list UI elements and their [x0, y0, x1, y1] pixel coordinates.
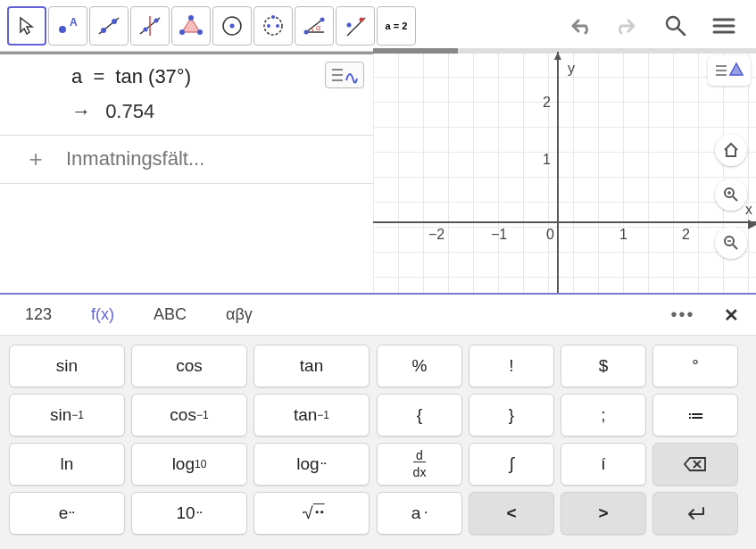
keyboard-symbols: % ! $ ° { } ; ≔ ddx ∫ í a⠐ < >: [377, 345, 738, 540]
search-icon: [663, 13, 688, 38]
svg-point-10: [188, 15, 194, 21]
tick-x: 0: [546, 227, 554, 243]
key-atan[interactable]: tan−1: [253, 394, 370, 437]
tick-x: 2: [682, 227, 690, 243]
key-percent[interactable]: %: [377, 345, 462, 387]
svg-point-25: [347, 22, 352, 27]
algebra-input[interactable]: [66, 147, 368, 171]
tool-reflect[interactable]: [336, 6, 375, 46]
top-toolbar: A α a = 2: [0, 0, 756, 52]
svg-point-0: [59, 26, 66, 33]
input-row[interactable]: +: [0, 136, 373, 184]
cursor-icon: [17, 16, 37, 36]
algebra-item[interactable]: a = tan (37°) → 0.754: [0, 52, 373, 136]
graphics-view[interactable]: ▶ ▲ y x −2 −1 0 1 2 1 2: [373, 52, 756, 293]
key-ln[interactable]: ln: [9, 443, 125, 486]
key-factorial[interactable]: !: [469, 345, 554, 387]
undo-button[interactable]: [563, 10, 595, 42]
svg-point-27: [667, 17, 679, 29]
tab-fx[interactable]: f(x): [75, 298, 130, 331]
tool-perpendicular[interactable]: [130, 6, 170, 46]
tick-y: 2: [543, 95, 551, 111]
reflect-icon: [342, 12, 369, 39]
triangle-icon: [178, 12, 204, 39]
key-10pow[interactable]: 10⠒: [131, 492, 247, 535]
y-axis: [557, 52, 559, 293]
tool-line[interactable]: [89, 6, 129, 46]
key-enter[interactable]: [652, 492, 738, 535]
key-iacute[interactable]: í: [561, 443, 646, 486]
key-logn[interactable]: log⠒: [253, 443, 370, 486]
zoom-in-button[interactable]: [715, 179, 747, 211]
hamburger-icon: [712, 16, 735, 36]
redo-button[interactable]: [611, 10, 644, 42]
key-acos[interactable]: cos−1: [131, 394, 247, 437]
key-subscript[interactable]: a⠐: [377, 492, 462, 535]
undo-icon: [566, 15, 593, 37]
svg-point-11: [197, 29, 203, 35]
zoom-out-button[interactable]: [715, 227, 747, 259]
key-epow[interactable]: e⠒: [9, 492, 125, 535]
add-item-button[interactable]: +: [5, 146, 66, 173]
key-nroot[interactable]: ⠐√⠒: [253, 492, 370, 535]
tool-circle[interactable]: [212, 6, 252, 46]
keyboard-more-button[interactable]: •••: [667, 299, 699, 331]
svg-point-14: [230, 23, 235, 28]
line-icon: [96, 12, 122, 39]
tool-polygon[interactable]: [171, 6, 211, 46]
svg-line-28: [678, 29, 685, 35]
visibility-marble[interactable]: [5, 63, 66, 69]
ellipse-icon: [260, 12, 287, 39]
key-dollar[interactable]: $: [561, 345, 646, 387]
circle-icon: [219, 12, 245, 39]
keyboard-panel: sin cos tan sin−1 cos−1 tan−1 ln log10 l…: [0, 336, 756, 549]
key-cos[interactable]: cos: [131, 345, 247, 387]
x-axis-arrow: ▶: [748, 216, 756, 230]
svg-point-26: [360, 17, 364, 21]
tab-123[interactable]: 123: [9, 298, 68, 331]
key-right[interactable]: >: [561, 492, 646, 535]
graphics-style-button[interactable]: [708, 55, 751, 86]
key-semicolon[interactable]: ;: [561, 394, 646, 437]
point-icon: A: [54, 15, 81, 37]
search-button[interactable]: [660, 10, 692, 42]
output-toggle[interactable]: [325, 62, 364, 88]
key-rbrace[interactable]: }: [469, 394, 554, 437]
tool-slider[interactable]: a = 2: [377, 6, 416, 46]
tick-x: −2: [428, 227, 444, 243]
key-derivative[interactable]: ddx: [377, 443, 462, 486]
home-icon: [723, 142, 739, 158]
svg-point-8: [154, 18, 159, 22]
symbolic-toggle-icon: [330, 66, 359, 84]
x-axis-label: x: [745, 202, 752, 218]
tab-greek[interactable]: αβγ: [210, 298, 269, 331]
backspace-icon: [684, 456, 707, 472]
key-integral[interactable]: ∫: [469, 443, 554, 486]
key-log10[interactable]: log10: [131, 443, 247, 486]
tool-angle[interactable]: α: [295, 6, 334, 46]
key-left[interactable]: <: [469, 492, 554, 535]
key-tan[interactable]: tan: [253, 345, 370, 387]
key-assign[interactable]: ≔: [652, 394, 738, 437]
key-backspace[interactable]: [652, 443, 738, 486]
keyboard-functions: sin cos tan sin−1 cos−1 tan−1 ln log10 l…: [9, 345, 370, 540]
svg-point-21: [304, 29, 309, 34]
tab-abc[interactable]: ABC: [137, 298, 203, 331]
keyboard-close-button[interactable]: ✕: [715, 299, 747, 331]
key-asin[interactable]: sin−1: [9, 394, 125, 437]
key-sin[interactable]: sin: [9, 345, 125, 387]
svg-point-7: [144, 27, 148, 31]
tool-point[interactable]: A: [48, 6, 87, 46]
perpendicular-icon: [137, 12, 163, 39]
tool-move[interactable]: [7, 6, 46, 46]
menu-button[interactable]: [708, 10, 740, 42]
tool-ellipse[interactable]: [253, 6, 293, 46]
svg-point-3: [101, 28, 106, 33]
key-degree[interactable]: °: [652, 345, 738, 387]
home-button[interactable]: [715, 134, 747, 166]
key-lbrace[interactable]: {: [377, 394, 462, 437]
style-icon: [714, 61, 744, 80]
redo-icon: [614, 15, 641, 37]
svg-marker-38: [730, 63, 743, 75]
svg-point-18: [271, 15, 275, 19]
